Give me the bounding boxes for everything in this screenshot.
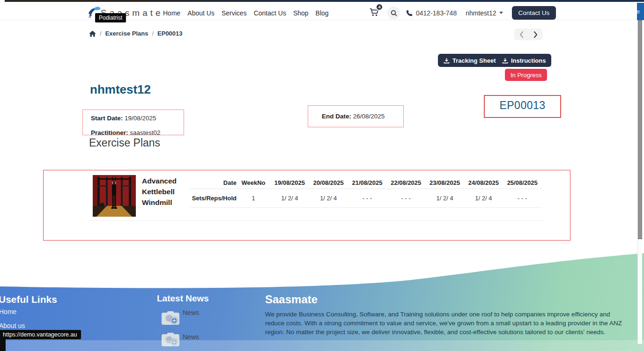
news-item-label[interactable]: News [183,309,199,316]
useful-links-title: Useful Links [0,294,57,305]
start-date-value: 19/08/2025 [125,115,156,122]
user-name: nhmtest12 [466,9,496,17]
cell-day6: 1/ 2/ 4 [464,189,503,208]
start-date-label: Start Date: [91,115,123,122]
status-badge: In Progress [505,69,547,81]
home-icon[interactable] [89,30,96,37]
nav-link-services[interactable]: Services [222,9,247,17]
cart-count-badge: 4 [376,3,383,11]
col-header-day7: 25/08/2025 [503,176,542,189]
practitioner-field: Practitioner: saastest02 [91,129,161,136]
chevron-left-icon [519,31,524,38]
next-button[interactable] [528,29,542,40]
news-item-label[interactable]: News [183,333,199,341]
navbar-controls: 4 0412-183-748 nhmtest12 Contact Us [369,4,556,22]
cart-button[interactable]: 4 [369,7,381,19]
col-header-day5: 23/08/2025 [425,176,464,189]
col-header-day6: 24/08/2025 [464,176,503,189]
footer-bottom-strip [0,340,644,351]
cell-day2: 1/ 2/ 4 [309,189,348,208]
instructions-button[interactable]: Instructions [496,54,551,67]
navbar: Saasmate Home About Us Services Contact … [0,2,637,20]
breadcrumb: / Exercise Plans / EP00013 [89,30,183,37]
prev-button[interactable] [514,29,528,40]
footer-link-about[interactable]: About us [0,322,25,329]
patient-name-title: nhmtest12 [90,82,151,97]
footer-brand-title: Saasmate [265,293,318,306]
row-divider [89,220,546,221]
cell-day3: - - - [348,189,387,208]
breadcrumb-separator: / [152,30,154,37]
col-header-day4: 22/08/2025 [386,176,425,189]
exercise-schedule-table: Date WeekNo 19/08/2025 20/08/2025 21/08/… [190,176,542,208]
breadcrumb-separator: / [100,30,102,37]
side-panel-tab-label: e [637,8,640,15]
col-header-day1: 19/08/2025 [270,176,309,189]
pager [514,29,542,40]
start-date-box: Start Date: 19/08/2025 Practitioner: saa… [82,110,184,135]
cell-day1: 1/ 2/ 4 [270,189,309,208]
tracking-sheet-label: Tracking Sheet [452,57,496,64]
end-date-label: End Date: [322,113,351,120]
exercise-name[interactable]: Advanced Kettlebell Windmill [142,176,190,208]
latest-news-title: Latest News [157,293,209,304]
start-date-field: Start Date: 19/08/2025 [91,115,156,122]
nav-link-about[interactable]: About Us [187,9,215,17]
status-bar-url: https://demo.vantagecore.au [0,330,81,339]
contact-us-button[interactable]: Contact Us [512,6,556,20]
cell-day4: - - - [386,189,425,208]
bottom-left-corner-block [0,338,6,351]
link-tooltip: Podiatrist [95,13,126,22]
chevron-down-icon [499,12,503,14]
practitioner-label: Practitioner: [91,129,128,136]
practitioner-value: saastest02 [130,129,160,136]
end-date-field: End Date: 26/08/2025 [322,113,385,120]
nav-link-home[interactable]: Home [163,9,180,17]
col-header-day2: 20/08/2025 [309,176,348,189]
breadcrumb-current: EP00013 [157,30,183,37]
end-date-value: 26/08/2025 [353,113,385,120]
nav-link-shop[interactable]: Shop [293,9,309,17]
chevron-right-icon [533,31,538,38]
section-title: Exercise Plans [89,137,160,149]
footer-wave-divider [0,252,644,289]
news-image-placeholder-icon [161,311,180,326]
user-menu[interactable]: nhmtest12 [466,9,503,17]
exercise-thumbnail[interactable] [93,175,136,217]
scrollbar-thumb[interactable] [638,20,642,239]
breadcrumb-exercise-plans[interactable]: Exercise Plans [105,30,148,37]
footer: Useful Links Home About us Latest News N… [0,252,644,351]
download-icon [444,58,450,64]
cell-day5: 1/ 2/ 4 [425,189,464,208]
footer-link-home[interactable]: Home [0,308,16,315]
week-number: 1 [237,189,270,208]
footer-brand-description: We provide Business Consulting, Software… [265,310,624,336]
nav-link-blog[interactable]: Blog [316,9,329,17]
plan-code-box: EP00013 [484,95,561,118]
nav-link-contact[interactable]: Contact Us [254,9,286,17]
instructions-label: Instructions [511,57,546,64]
main-nav: Home About Us Services Contact Us Shop B… [163,4,329,22]
col-header-weekno: WeekNo [237,176,270,189]
row-label: Sets/Reps/Hold [190,189,237,208]
cell-day7: - - - [503,189,542,208]
phone-contact[interactable]: 0412-183-748 [406,9,457,17]
search-button[interactable] [387,7,400,19]
download-icon [502,58,508,64]
side-panel-tab: e [636,3,644,20]
plan-code: EP00013 [499,99,545,112]
col-header-date: Date [190,176,237,189]
end-date-box: End Date: 26/08/2025 [308,105,404,127]
phone-icon [406,10,413,16]
tracking-sheet-button[interactable]: Tracking Sheet [438,54,501,67]
phone-number: 0412-183-748 [416,9,457,17]
search-icon [391,10,397,16]
col-header-day3: 21/08/2025 [348,176,387,189]
